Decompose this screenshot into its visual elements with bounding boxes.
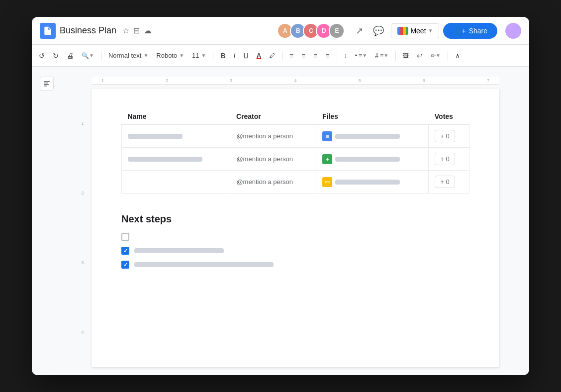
table-cell-files: ▭	[316, 171, 429, 194]
file-placeholder	[335, 180, 400, 185]
meet-icon	[397, 27, 408, 35]
title-bar: Business Plan ☆ ⊟ ☁ A B C D E ↗ 💬 Meet ▼	[32, 17, 529, 45]
user-avatar[interactable]	[505, 23, 521, 39]
meet-label: Meet	[410, 27, 426, 35]
table-cell-creator: @mention a person	[230, 125, 316, 148]
ruler-mark: 1	[101, 78, 104, 83]
mention-text[interactable]: @mention a person	[236, 132, 293, 140]
checkbox-label	[134, 248, 224, 253]
svg-rect-1	[44, 83, 48, 84]
mention-text[interactable]: @mention a person	[236, 178, 293, 186]
table-cell-name	[122, 171, 230, 194]
mention-text[interactable]: @mention a person	[236, 155, 293, 163]
divider	[337, 51, 337, 61]
share-label: Share	[469, 27, 487, 35]
app-window: Business Plan ☆ ⊟ ☁ A B C D E ↗ 💬 Meet ▼	[32, 17, 529, 375]
outline-icon[interactable]	[40, 77, 54, 91]
size-select[interactable]: 11 ▼	[189, 50, 209, 61]
italic-button[interactable]: I	[231, 50, 239, 62]
folder-icon[interactable]: ⊟	[133, 26, 140, 35]
ruler-mark: 6	[423, 78, 425, 83]
font-select[interactable]: Roboto ▼	[153, 50, 187, 61]
divider	[101, 51, 101, 61]
comments-button[interactable]: 💬	[370, 22, 387, 39]
print-button[interactable]: 🖨	[64, 50, 77, 62]
table-row: @mention a person ▭ + 0	[122, 171, 469, 194]
vote-label: + 0	[440, 155, 449, 163]
table-cell-name	[122, 125, 230, 148]
horizontal-ruler: 1 2 3 4 5 6 7	[92, 77, 499, 85]
undo-button[interactable]: ↺	[36, 50, 48, 62]
checkbox-item	[121, 261, 469, 269]
vote-button[interactable]: + 0	[435, 153, 455, 165]
pen-button[interactable]: ✏▼	[428, 50, 444, 61]
vote-button[interactable]: + 0	[435, 176, 455, 188]
bold-button[interactable]: B	[217, 50, 228, 62]
divider	[213, 51, 213, 61]
align-center-button[interactable]: ≡	[298, 50, 308, 62]
table-cell-creator: @mention a person	[230, 148, 316, 171]
insert-image-button[interactable]: 🖼	[400, 50, 412, 61]
ruler-mark: 5	[359, 78, 361, 83]
underline-button[interactable]: U	[241, 50, 252, 62]
undo2-button[interactable]: ↩	[414, 50, 426, 62]
share-button[interactable]: 👤+ Share	[443, 23, 497, 39]
text-color-button[interactable]: A	[254, 50, 264, 61]
align-left-button[interactable]: ≡	[286, 50, 296, 62]
divider	[448, 51, 448, 61]
checkbox-item	[121, 247, 469, 255]
checkbox-checked[interactable]	[121, 247, 129, 255]
document-page: 1 2 3 4 Name Creator Files Votes	[92, 89, 499, 367]
vote-button[interactable]: + 0	[435, 130, 455, 142]
title-action-icons: ☆ ⊟ ☁	[122, 26, 152, 35]
style-label: Normal text	[108, 52, 141, 59]
col-files-header: Files	[316, 108, 429, 125]
section-title: Next steps	[121, 213, 469, 225]
page-area: 1 2 3 4 5 6 7 1 2 3 4	[62, 67, 529, 375]
svg-rect-0	[44, 81, 50, 82]
highlight-button[interactable]: 🖊	[266, 50, 278, 61]
name-placeholder	[128, 134, 183, 139]
table-row: @mention a person ≡ + 0	[122, 125, 469, 148]
table-cell-votes: + 0	[429, 148, 469, 171]
docs-app-icon	[40, 23, 56, 39]
meet-button[interactable]: Meet ▼	[391, 23, 439, 38]
file-docs-icon: ≡	[322, 131, 332, 141]
svg-rect-3	[44, 86, 47, 87]
align-justify-button[interactable]: ≡	[323, 50, 333, 62]
divider	[282, 51, 282, 61]
col-creator-header: Creator	[230, 108, 316, 125]
file-cell: ▭	[322, 177, 422, 187]
more-button[interactable]: ∧	[452, 50, 463, 62]
font-chevron-icon: ▼	[179, 53, 184, 58]
star-icon[interactable]: ☆	[122, 26, 129, 35]
collaborators-list: A B C D E	[277, 23, 345, 39]
file-placeholder	[335, 134, 400, 139]
vote-label: + 0	[440, 132, 449, 140]
align-right-button[interactable]: ≡	[310, 50, 320, 62]
table-cell-files: ≡	[316, 125, 429, 148]
file-cell: +	[322, 154, 422, 164]
font-label: Roboto	[156, 52, 177, 59]
analytics-button[interactable]: ↗	[353, 22, 366, 39]
file-slides-icon: ▭	[322, 177, 332, 187]
file-sheets-icon: +	[322, 154, 332, 164]
table-row: @mention a person + + 0	[122, 148, 469, 171]
line-spacing-button[interactable]: ↕	[341, 50, 350, 61]
size-chevron-icon: ▼	[201, 53, 206, 58]
col-votes-header: Votes	[429, 108, 469, 125]
ruler-mark: 3	[230, 78, 232, 83]
bullet-list-button[interactable]: • ≡▼	[352, 50, 370, 61]
zoom-button[interactable]: 🔍▼	[79, 50, 97, 61]
redo-button[interactable]: ↻	[50, 50, 62, 62]
numbered-list-button[interactable]: # ≡▼	[372, 50, 391, 61]
doc-title: Business Plan	[60, 25, 116, 36]
size-label: 11	[192, 52, 199, 59]
checkbox-checked[interactable]	[121, 261, 129, 269]
name-placeholder	[128, 157, 202, 162]
ruler-mark: 7	[487, 78, 489, 83]
next-steps-section: Next steps	[121, 213, 469, 269]
cloud-icon[interactable]: ☁	[144, 26, 152, 35]
style-select[interactable]: Normal text ▼	[105, 50, 151, 61]
checkbox-unchecked[interactable]	[121, 233, 129, 241]
